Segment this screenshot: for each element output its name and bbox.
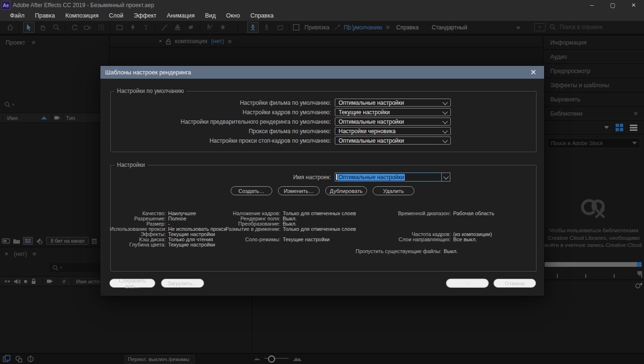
menu-window[interactable]: Окно — [221, 10, 245, 21]
summary-key: Размытие в движении: — [220, 227, 283, 232]
menu-edit[interactable]: Правка — [30, 10, 60, 21]
movie-default-select[interactable]: Оптимальные настройки — [335, 99, 451, 107]
movie-proxy-default-select[interactable]: Настройки черновика — [335, 127, 451, 135]
chevron-down-icon — [443, 174, 448, 179]
settings-name-dropdown[interactable] — [442, 173, 450, 182]
still-proxy-default-label: Настройки прокси стоп-кадров по умолчани… — [111, 137, 335, 144]
summary-key: Слои направляющих: — [390, 237, 453, 242]
defaults-group: Настройки по умолчанию Настройки фильма … — [110, 91, 537, 152]
dialog-title: Шаблоны настроек рендеринга — [105, 69, 191, 76]
summary-column-3: Временной диапазон:Рабочая область Часто… — [390, 211, 494, 242]
summary-key: Временной диапазон: — [390, 211, 453, 216]
ok-button[interactable]: OK — [446, 279, 489, 288]
render-settings-templates-dialog: Шаблоны настроек рендеринга ✕ Настройки … — [100, 65, 545, 296]
summary-key — [390, 216, 453, 221]
summary-value: Все выкл. — [453, 237, 477, 242]
skip-existing-files-line: Пропустить существующие файлы:Выкл. — [356, 248, 458, 254]
save-all-button[interactable]: Сохранить все… — [109, 279, 155, 288]
summary-column-2: Наложение кадров:Только для отмеченных с… — [220, 211, 356, 242]
prerender-default-value: Оптимальные настройки — [339, 118, 404, 125]
movie-proxy-default-value: Настройки черновика — [339, 128, 395, 135]
window-controls: ─ ▢ ✕ — [581, 0, 644, 10]
menu-view[interactable]: Вид — [200, 10, 221, 21]
prerender-default-label: Настройки предварительного рендеринга по… — [111, 118, 335, 125]
settings-group-legend: Настройки — [115, 162, 147, 168]
minimize-button[interactable]: ─ — [581, 0, 602, 10]
menu-layer[interactable]: Слой — [104, 10, 128, 21]
window-title: Adobe After Effects CC 2019 - Безымянный… — [13, 2, 154, 9]
os-titlebar: Ae Adobe After Effects CC 2019 - Безымян… — [0, 0, 644, 10]
after-effects-window: Ae Adobe After Effects CC 2019 - Безымян… — [0, 0, 644, 364]
frame-default-value: Текущие настройки — [339, 109, 390, 116]
text-caret — [336, 174, 337, 180]
summary-key: Соло-режимы: — [220, 237, 283, 242]
menu-animation[interactable]: Анимация — [161, 10, 200, 21]
summary-key — [390, 221, 453, 227]
movie-default-value: Оптимальные настройки — [339, 100, 404, 106]
still-proxy-default-value: Оптимальные настройки — [339, 137, 404, 144]
menu-bar: Файл Правка Композиция Слой Эффект Анима… — [0, 10, 644, 21]
chevron-down-icon — [442, 109, 447, 114]
chevron-down-icon — [442, 128, 447, 133]
summary-value: Только для отмеченных слоев — [283, 227, 356, 232]
chevron-down-icon — [442, 118, 447, 124]
still-proxy-default-select[interactable]: Оптимальные настройки — [335, 136, 451, 145]
prerender-default-select[interactable]: Оптимальные настройки — [335, 118, 451, 126]
menu-composition[interactable]: Композиция — [60, 10, 104, 21]
settings-name-value: Оптимальные настройки — [338, 174, 405, 181]
duplicate-button[interactable]: Дублировать — [325, 186, 367, 195]
ae-app-icon: Ae — [1, 1, 10, 10]
frame-default-label: Настройки кадров по умолчанию: — [111, 109, 335, 116]
summary-value: Рабочая область — [453, 211, 494, 216]
dialog-close-icon[interactable]: ✕ — [528, 69, 539, 76]
settings-name-input[interactable]: Оптимальные настройки — [335, 173, 442, 182]
menu-help[interactable]: Справка — [245, 10, 279, 21]
movie-proxy-default-label: Прокси фильма по умолчанию: — [111, 128, 335, 135]
summary-key: Глубина цвета: — [110, 242, 168, 247]
dialog-titlebar[interactable]: Шаблоны настроек рендеринга ✕ — [100, 66, 544, 79]
summary-value: Выкл. — [444, 248, 458, 254]
maximize-button[interactable]: ▢ — [602, 0, 623, 10]
defaults-group-legend: Настройки по умолчанию — [115, 88, 186, 94]
cancel-button[interactable]: Отмена — [493, 279, 536, 288]
edit-button[interactable]: Изменить… — [278, 186, 320, 195]
load-button[interactable]: Загрузить… — [161, 279, 204, 288]
summary-key: Пропустить существующие файлы: — [356, 248, 444, 254]
summary-value: Текущие настройки — [283, 237, 330, 242]
summary-value: Текущие настройки — [168, 242, 215, 247]
delete-button[interactable]: Удалить — [373, 186, 414, 195]
menu-effect[interactable]: Эффект — [128, 10, 161, 21]
movie-default-label: Настройки фильма по умолчанию: — [111, 100, 335, 106]
summary-value: Полное — [168, 216, 187, 221]
settings-name-label: Имя настроек: — [111, 174, 335, 181]
summary-column-1: Качество:Наилучшее Разрешение:Полное Раз… — [110, 211, 227, 247]
menu-file[interactable]: Файл — [5, 10, 30, 21]
create-button[interactable]: Создать… — [231, 186, 272, 195]
chevron-down-icon — [442, 137, 447, 143]
close-button[interactable]: ✕ — [623, 0, 644, 10]
frame-default-select[interactable]: Текущие настройки — [335, 108, 451, 116]
chevron-down-icon — [442, 100, 447, 105]
